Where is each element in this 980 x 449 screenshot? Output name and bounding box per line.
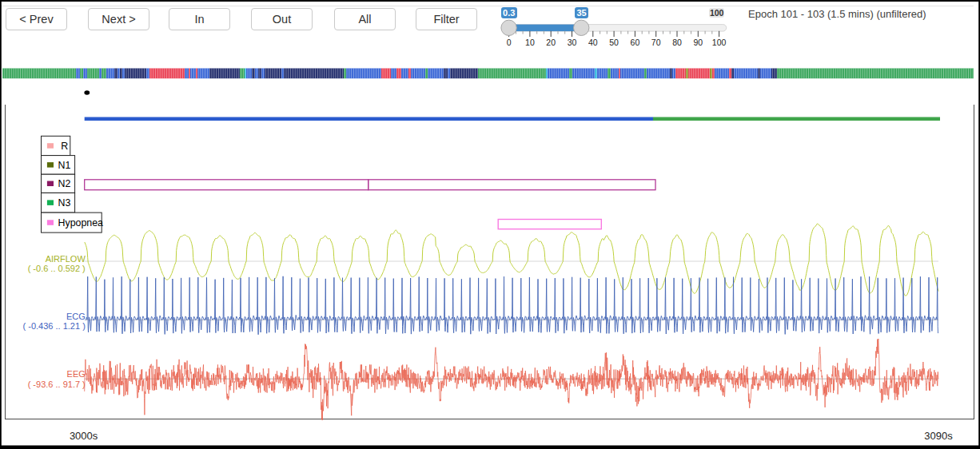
svg-text:Hypopnea: Hypopnea	[58, 217, 104, 228]
svg-text:60: 60	[631, 38, 640, 47]
svg-text:90: 90	[693, 38, 703, 47]
svg-text:100: 100	[712, 38, 727, 47]
svg-text:3090s: 3090s	[924, 430, 953, 442]
svg-text:( -0.436 .. 1.21 ): ( -0.436 .. 1.21 )	[23, 321, 86, 331]
svg-text:0: 0	[507, 38, 512, 47]
svg-text:N1: N1	[58, 160, 71, 171]
svg-text:3000s: 3000s	[70, 430, 98, 442]
svg-text:70: 70	[651, 38, 661, 47]
svg-text:10: 10	[525, 38, 535, 47]
svg-text:N3: N3	[58, 197, 71, 209]
svg-text:30: 30	[568, 38, 577, 47]
svg-text:ECG: ECG	[66, 312, 86, 321]
svg-text:R: R	[61, 141, 68, 152]
svg-text:( -0.6 .. 0.592 ): ( -0.6 .. 0.592 )	[28, 264, 86, 273]
svg-text:( -93.6 .. 91.7 ): ( -93.6 .. 91.7 )	[28, 379, 86, 389]
svg-text:EEG: EEG	[67, 369, 86, 379]
svg-text:N2: N2	[58, 178, 71, 189]
svg-text:20: 20	[546, 38, 556, 47]
svg-text:40: 40	[588, 38, 598, 47]
svg-text:AIRFLOW: AIRFLOW	[46, 254, 86, 264]
svg-text:50: 50	[609, 38, 619, 47]
svg-text:80: 80	[672, 38, 682, 47]
